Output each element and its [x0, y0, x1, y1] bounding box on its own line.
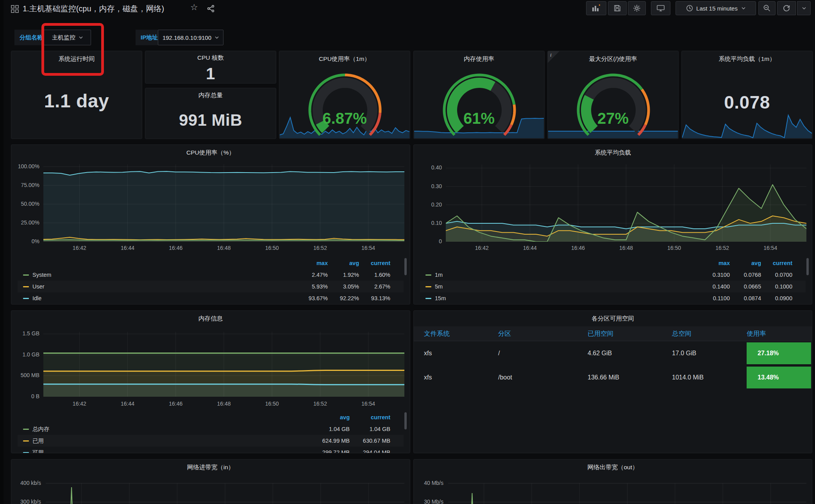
legend-stat-header[interactable]: current [350, 414, 390, 420]
panel-title[interactable]: 各分区可用空间 [414, 315, 812, 323]
legend-stat-value: 0.0665 [730, 283, 761, 290]
legend-series-label[interactable]: 可用 [32, 449, 309, 454]
panel-title[interactable]: 内存总量 [145, 91, 276, 100]
legend-series-color [425, 286, 431, 287]
y-axis-tick: 1.0 GB [11, 351, 39, 358]
y-axis-tick: 0.10 [414, 220, 442, 226]
usage-percent-cell: 13.48% [747, 367, 811, 388]
mem_chart-plot-area[interactable] [43, 332, 404, 397]
save-dashboard-button[interactable] [608, 1, 627, 15]
dashboard-title[interactable]: 1.主机基础监控(cpu，内存，磁盘，网络) [23, 4, 164, 14]
refresh-interval-dropdown[interactable] [797, 1, 811, 15]
table-column-header[interactable]: 分区 [498, 329, 588, 338]
dashboard-grid-icon[interactable] [11, 5, 19, 14]
panel-title[interactable]: CPU 核数 [145, 54, 276, 62]
net_in-plot-area[interactable] [46, 475, 404, 504]
x-axis-tick: 16:46 [565, 245, 590, 251]
legend-stat-header[interactable]: max [297, 260, 328, 266]
net_out-plot-area[interactable] [448, 475, 806, 504]
legend-stat-value: 0.0768 [730, 272, 761, 278]
y-axis-tick: 30 Mb/s [414, 499, 443, 504]
legend-series-label[interactable]: User [32, 283, 297, 290]
refresh-button[interactable] [777, 1, 796, 15]
legend-series-color [425, 298, 431, 299]
legend-row[interactable]: 已用624.99 MB630.67 MB [18, 435, 404, 447]
legend-row[interactable]: 1m0.31000.07680.0700 [420, 269, 806, 281]
table-cell: 17.0 GiB [672, 350, 747, 357]
variable-dropdown-ip[interactable]: 192.168.0.10:9100 [158, 30, 223, 45]
panel-info-icon[interactable]: i [548, 51, 559, 63]
y-axis-tick: 300 kb/s [11, 499, 41, 504]
legend-scrollbar[interactable] [404, 412, 407, 429]
variable-dropdown-group[interactable]: 主机监控 [44, 30, 91, 45]
panel-title[interactable]: 系统平均负载（1m） [682, 55, 812, 63]
star-icon[interactable]: ☆ [190, 2, 198, 12]
legend-scrollbar[interactable] [806, 258, 809, 275]
time-range-picker[interactable]: Last 15 minutes [676, 1, 756, 15]
table-column-header[interactable]: 文件系统 [424, 329, 498, 338]
table-column-header[interactable]: 总空间 [672, 329, 747, 338]
cpu_chart-plot-area[interactable] [43, 164, 404, 242]
table-header-row: 文件系统分区已用空间总空间使用率 [414, 326, 812, 341]
legend-row[interactable]: Idle93.67%92.22%93.13% [18, 292, 404, 304]
legend-series-label[interactable]: Idle [32, 295, 297, 301]
legend-stat-header[interactable]: avg [309, 414, 350, 420]
panel-title[interactable]: 网络进带宽（in） [11, 463, 410, 472]
table-column-header[interactable]: 已用空间 [588, 329, 672, 338]
legend-stat-value: 0.0874 [730, 295, 761, 301]
zoom-out-button[interactable] [758, 1, 776, 15]
settings-button[interactable] [628, 1, 646, 15]
panel-title[interactable]: 网络出带宽（out） [414, 463, 812, 472]
legend-series-label[interactable]: 5m [435, 283, 699, 290]
legend-series-color [23, 440, 29, 442]
panel-cpu-gauge: CPU使用率（1m） 6.87% [279, 51, 410, 139]
table-row: xfs/boot136.66 MiB1014.0 MiB13.48% [414, 365, 812, 390]
panel-mem-chart: 内存信息 0 B500 MB1.0 GB1.5 GB16:4216:4416:4… [11, 310, 410, 453]
legend-stat-value: 0.0700 [761, 272, 792, 278]
panel-title[interactable]: 系统平均负载 [414, 149, 812, 157]
legend-series-label[interactable]: 总内存 [32, 426, 309, 433]
panel-title[interactable]: 内存信息 [11, 315, 410, 323]
legend-series-label[interactable]: 1m [435, 272, 699, 278]
legend-scrollbar[interactable] [404, 258, 407, 275]
clock-icon [686, 5, 693, 12]
legend-row[interactable]: User5.93%3.05%2.67% [18, 281, 404, 292]
y-axis-tick: 0.40 [414, 164, 442, 171]
legend-stat-header[interactable]: avg [328, 260, 359, 266]
legend-stat-value: 2.67% [359, 283, 390, 290]
mem_chart-legend: avgcurrent总内存1.04 GB1.04 GB已用624.99 MB63… [18, 411, 404, 453]
legend-stat-value: 93.13% [359, 295, 390, 301]
table-column-header[interactable]: 使用率 [747, 329, 812, 338]
legend-stat-header[interactable]: current [761, 260, 792, 266]
share-icon[interactable] [207, 5, 215, 14]
legend-series-label[interactable]: System [32, 272, 297, 278]
cpu-gauge-value: 6.87% [279, 110, 410, 127]
panel-title[interactable]: 系统运行时间 [11, 55, 142, 63]
legend-stat-header[interactable]: max [699, 260, 730, 266]
legend-stat-header[interactable]: avg [730, 260, 761, 266]
legend-header: avgcurrent [18, 411, 404, 423]
legend-series-label[interactable]: 15m [435, 295, 699, 301]
x-axis-tick: 16:50 [259, 245, 284, 251]
legend-row[interactable]: 15m0.11000.08740.0900 [420, 292, 806, 304]
legend-row[interactable]: 5m0.14000.06650.1000 [420, 281, 806, 292]
legend-series-label[interactable]: 已用 [32, 437, 309, 445]
tv-mode-button[interactable] [651, 1, 670, 15]
panel-title[interactable]: CPU使用率（%） [11, 149, 410, 157]
x-axis-tick: 16:48 [614, 245, 639, 251]
x-axis-tick: 16:44 [115, 245, 140, 251]
legend-stat-value: 5.93% [297, 283, 328, 290]
legend-row[interactable]: System2.47%1.92%1.60% [18, 269, 404, 281]
load_chart-plot-area[interactable] [446, 164, 806, 242]
usage-percent-cell: 27.18% [747, 342, 811, 364]
x-axis-tick: 16:52 [307, 245, 332, 251]
legend-stat-value: 0.0900 [761, 295, 792, 301]
legend-stat-header[interactable]: current [359, 260, 390, 266]
legend-row[interactable]: 可用299.72 MB294.04 MB [18, 447, 404, 453]
uptime-value: 1.1 day [11, 90, 142, 112]
legend-stat-value: 1.92% [328, 272, 359, 278]
legend-row[interactable]: 总内存1.04 GB1.04 GB [18, 423, 404, 435]
table-cell: xfs [424, 350, 498, 357]
add-panel-button[interactable] [586, 1, 606, 15]
panel-uptime: 系统运行时间 1.1 day [11, 51, 142, 139]
